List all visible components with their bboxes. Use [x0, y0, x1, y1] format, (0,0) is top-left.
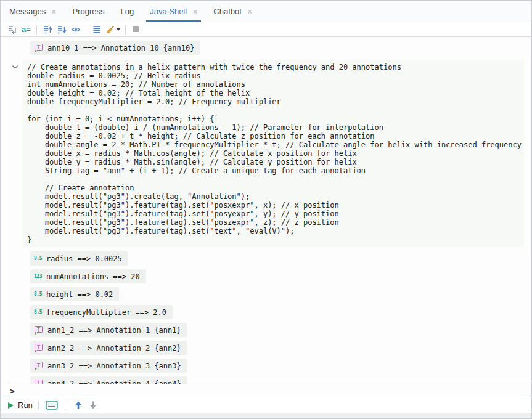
- result-chip: 8.5 height ==> 0.02: [30, 287, 119, 301]
- chip-text: frequencyMultiplier ==> 2.0: [46, 308, 166, 317]
- stop-icon[interactable]: [129, 23, 143, 36]
- chip-text: numAnnotations ==> 20: [46, 272, 140, 281]
- chip-text: height ==> 0.02: [46, 290, 113, 299]
- annotation-icon: T: [34, 379, 43, 384]
- annotation-icon: T: [34, 325, 43, 335]
- tab-progress[interactable]: Progress: [64, 1, 112, 22]
- result-chip: T ann2_2 ==> Annotation 2 {ann2}: [30, 341, 187, 355]
- toolbar-separator: [36, 25, 37, 34]
- annotation-icon: T: [34, 361, 43, 370]
- play-icon: [8, 402, 14, 409]
- shell-panel: T ann10_1 ==> Annotation 10 {ann10} // C…: [7, 37, 531, 397]
- tab-java-shell[interactable]: Java Shell ×: [142, 1, 205, 22]
- type-icon: 123: [34, 274, 42, 279]
- show-hide-icon[interactable]: [68, 23, 83, 36]
- toolbar-separator: [125, 25, 126, 34]
- prompt-input[interactable]: >: [7, 384, 531, 397]
- chip-text: ann4_2 ==> Annotation 4 {ann4}: [47, 380, 181, 384]
- code-line: [27, 106, 524, 115]
- code-line: model.result("pg3").feature(tag).set("po…: [27, 201, 524, 210]
- shell-toolbar: a=: [1, 22, 531, 37]
- chip-text: radius ==> 0.0025: [46, 254, 122, 263]
- type-icon: 8.5: [34, 256, 42, 261]
- chip-text: ann3_2 ==> Annotation 3 {ann3}: [47, 362, 181, 370]
- code-row: // Create annotations in a helix pattern…: [7, 60, 531, 247]
- tab-chatbot[interactable]: Chatbot ×: [205, 1, 260, 22]
- code-line: int numAnnotations = 20; // Number of an…: [27, 80, 524, 89]
- svg-text:T: T: [36, 344, 41, 351]
- code-line: for (int i = 0; i < numAnnotations; i++)…: [27, 115, 524, 123]
- tab-close-icon[interactable]: ×: [247, 7, 252, 16]
- tab-label: Log: [120, 7, 134, 16]
- code-line: model.result("pg3").feature(tag).set("po…: [27, 218, 524, 227]
- result-chip: T ann4_2 ==> Annotation 4 {ann4}: [30, 376, 187, 384]
- code-line: double radius = 0.0025; // Helix radius: [27, 71, 524, 80]
- type-icon: 8.5: [34, 309, 42, 315]
- code-line: model.result("pg3").feature(tag).set("po…: [27, 210, 524, 218]
- variables-icon[interactable]: a=: [19, 23, 33, 36]
- top-chip-slot: T ann10_1 ==> Annotation 10 {ann10}: [30, 41, 531, 55]
- code-line: String tag = "ann" + (i + 1); // Create …: [27, 166, 524, 175]
- shell-history: T ann10_1 ==> Annotation 10 {ann10} // C…: [7, 37, 531, 384]
- run-button[interactable]: Run: [8, 401, 33, 410]
- result-chip: 8.5 frequencyMultiplier ==> 2.0: [30, 305, 173, 319]
- fold-chevron-icon[interactable]: [12, 64, 18, 70]
- history-list-icon[interactable]: [89, 23, 104, 36]
- tab-label: Progress: [72, 7, 104, 16]
- result-chip: 8.5 radius ==> 0.0025: [30, 251, 128, 266]
- type-icon: 8.5: [34, 291, 42, 297]
- tab-label: Chatbot: [213, 7, 242, 16]
- chip-text: ann2_2 ==> Annotation 2 {ann2}: [47, 344, 181, 352]
- tab-log[interactable]: Log: [112, 1, 142, 22]
- toolbar-separator: [86, 25, 86, 34]
- code-line: double height = 0.02; // Total height of…: [27, 89, 524, 97]
- chevron-down-icon[interactable]: [117, 28, 120, 31]
- tab-bar: Messages × Progress Log Java Shell × Cha…: [1, 1, 531, 22]
- annotation-icon: T: [34, 43, 43, 52]
- code-line: double angle = 2 * Math.PI * frequencyMu…: [27, 140, 524, 149]
- svg-text:T: T: [36, 362, 41, 368]
- tab-label: Java Shell: [150, 7, 187, 16]
- run-label: Run: [18, 401, 33, 410]
- result-chips: 8.5 radius ==> 0.0025 123 numAnnotations…: [30, 251, 531, 384]
- code-line: double frequencyMultiplier = 2.0; // Fre…: [27, 97, 524, 106]
- java-shell-window: Messages × Progress Log Java Shell × Cha…: [0, 0, 532, 419]
- tab-label: Messages: [9, 7, 46, 16]
- annotation-icon: T: [34, 343, 43, 352]
- svg-text:T: T: [36, 327, 41, 333]
- code-line: model.result("pg3").create(tag, "Annotat…: [27, 192, 524, 201]
- move-down-icon[interactable]: [54, 23, 68, 36]
- run-bar: Run: [1, 397, 531, 413]
- code-line: double t = (double) i / (numAnnotations …: [27, 123, 524, 132]
- runbar-separator: [65, 401, 65, 410]
- code-line: [27, 175, 524, 184]
- code-line: // Create annotation: [27, 184, 524, 192]
- chip-text: ann1_2 ==> Annotation 1 {ann1}: [47, 326, 181, 335]
- code-line: double x = radius * Math.cos(angle); // …: [27, 149, 524, 158]
- code-line: // Create annotations in a helix pattern…: [27, 63, 524, 71]
- result-chip: T ann10_1 ==> Annotation 10 {ann10}: [30, 41, 200, 55]
- tab-close-icon[interactable]: ×: [192, 7, 197, 16]
- tab-close-icon[interactable]: ×: [51, 7, 56, 16]
- result-chip: T ann1_2 ==> Annotation 1 {ann1}: [30, 323, 187, 337]
- code-line: }: [27, 235, 524, 244]
- runbar-separator: [38, 401, 39, 410]
- svg-text:T: T: [36, 44, 41, 51]
- history-down-icon[interactable]: [86, 399, 100, 412]
- result-chip: 123 numAnnotations ==> 20: [30, 269, 146, 283]
- prompt-symbol: >: [10, 386, 15, 396]
- code-line: double z = -0.02 + t * height; // Calcul…: [27, 132, 524, 140]
- code-line: double y = radius * Math.sin(angle); // …: [27, 158, 524, 166]
- history-up-icon[interactable]: [71, 399, 86, 412]
- move-up-icon[interactable]: [40, 23, 54, 36]
- code-line: model.result("pg3").feature(tag).set("te…: [27, 227, 524, 235]
- tab-messages[interactable]: Messages ×: [1, 1, 64, 22]
- console-output-icon[interactable]: [44, 399, 59, 412]
- code-gutter: [7, 60, 22, 247]
- clear-broom-icon[interactable]: [104, 23, 122, 36]
- result-chip: T ann3_2 ==> Annotation 3 {ann3}: [30, 359, 187, 373]
- insert-snippet-icon[interactable]: [5, 23, 19, 36]
- chip-text: ann10_1 ==> Annotation 10 {ann10}: [47, 44, 194, 52]
- bottom-strip: [1, 413, 531, 418]
- code-block: // Create annotations in a helix pattern…: [22, 60, 524, 247]
